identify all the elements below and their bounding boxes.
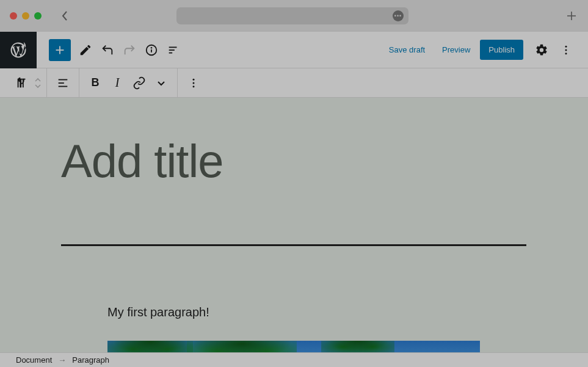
editor-top-bar: Save draft Preview Publish — [0, 32, 588, 68]
link-button[interactable] — [128, 72, 150, 94]
redo-button — [118, 39, 140, 61]
undo-button[interactable] — [96, 39, 118, 61]
svg-point-16 — [193, 78, 195, 80]
info-button[interactable] — [140, 39, 162, 61]
svg-point-18 — [193, 85, 195, 87]
wordpress-logo[interactable] — [0, 32, 37, 68]
window-titlebar: ••• — [0, 0, 588, 32]
align-button[interactable] — [52, 72, 74, 94]
editor-canvas[interactable]: Add title My first paragraph! — [0, 98, 588, 352]
paragraph-block[interactable]: My first paragraph! — [107, 305, 209, 319]
more-format-button[interactable] — [150, 72, 172, 94]
new-tab-button[interactable] — [566, 10, 577, 24]
edit-tool-icon[interactable] — [74, 39, 96, 61]
block-mover[interactable] — [33, 78, 42, 89]
minimize-window-button[interactable] — [22, 12, 29, 20]
svg-point-11 — [565, 49, 567, 51]
add-block-button[interactable] — [49, 39, 71, 61]
close-window-button[interactable] — [10, 12, 17, 20]
post-title-input[interactable]: Add title — [61, 134, 223, 187]
breadcrumb-current[interactable]: Paragraph — [72, 355, 109, 365]
browser-url-bar[interactable]: ••• — [176, 7, 408, 24]
browser-back-button[interactable] — [59, 10, 71, 22]
publish-button[interactable]: Publish — [480, 40, 523, 60]
reader-icon[interactable]: ••• — [393, 10, 404, 21]
breadcrumb-root[interactable]: Document — [16, 355, 52, 365]
save-draft-button[interactable]: Save draft — [382, 40, 432, 59]
svg-point-12 — [565, 53, 567, 54]
svg-point-10 — [565, 45, 567, 47]
italic-button[interactable]: I — [106, 72, 128, 94]
svg-point-17 — [193, 82, 195, 84]
chevron-right-icon: → — [58, 355, 66, 365]
maximize-window-button[interactable] — [34, 12, 42, 20]
block-toolbar: B I — [0, 68, 588, 98]
settings-button[interactable] — [531, 39, 553, 61]
list-view-button[interactable] — [162, 39, 184, 61]
svg-point-6 — [151, 47, 152, 48]
preview-button[interactable]: Preview — [435, 40, 477, 59]
separator-block[interactable] — [61, 244, 526, 246]
traffic-lights — [10, 12, 42, 20]
bold-button[interactable]: B — [84, 72, 106, 94]
more-options-button[interactable] — [555, 39, 577, 61]
paragraph-block-icon[interactable] — [11, 72, 33, 94]
block-more-options[interactable] — [183, 72, 205, 94]
image-block[interactable] — [107, 341, 480, 352]
block-breadcrumb: Document → Paragraph — [0, 352, 588, 367]
